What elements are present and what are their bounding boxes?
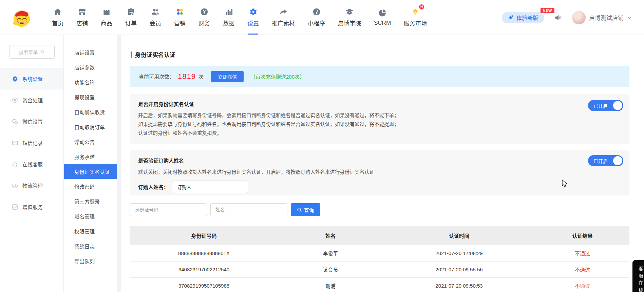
marketing-icon	[175, 7, 184, 16]
result-table: 身份证号码姓名认证时间认证结果 88888888888888801X 李俊平 2…	[130, 226, 629, 292]
submenu-item[interactable]: 权限管理	[64, 224, 117, 238]
submenu-item[interactable]: 自动取消订单	[64, 119, 117, 134]
sidebar-item-sms[interactable]: 短信记录	[0, 132, 63, 153]
idcard-verify-desc-3: 认证过的身份证和姓名不会重复扣费。	[138, 129, 629, 138]
nav-item-goods[interactable]: 商品	[94, 0, 119, 35]
sidebar-item-label: 系统设置	[22, 75, 43, 82]
sidebar-item-logistics[interactable]: 物流管理	[0, 175, 63, 196]
home-icon	[53, 7, 62, 16]
finance-icon	[200, 7, 209, 16]
sidebar-item-addon[interactable]: 增值服务	[0, 196, 63, 217]
cell-result: 不通过	[535, 262, 629, 277]
sidebar-item-funds[interactable]: 资金处理	[0, 89, 63, 111]
chart-bars-icon	[224, 7, 233, 16]
table-row: 370829199507105988 谢浦 2021-07-20 09:50:5…	[130, 278, 629, 292]
buyer-name-toggle-label: 已开启	[593, 158, 608, 164]
shop-name: 启博测试店铺	[589, 13, 624, 22]
nav-item-market[interactable]: H 服务市场	[397, 0, 433, 35]
share-icon	[279, 7, 288, 16]
members-icon	[151, 7, 160, 16]
wechat-icon	[12, 118, 18, 125]
nav-item-scrm[interactable]: SCRM	[367, 0, 397, 35]
menu-search-input[interactable]: 搜索菜单	[9, 45, 55, 59]
bag-icon	[102, 7, 111, 16]
sidebar-item-label: 资金处理	[22, 97, 43, 104]
store-icon	[78, 7, 87, 16]
nav-item-miniapp[interactable]: 小程序	[301, 0, 332, 35]
secondary-sidebar: 店铺设置店铺参数功能名称提现设置自动确认收货自动取消订单浮动公告服务承诺身份证实…	[64, 35, 117, 292]
submenu-item[interactable]: 浮动公告	[64, 134, 117, 149]
submenu-item[interactable]: 身份证实名认证	[64, 164, 117, 179]
submenu-item[interactable]: 功能名称	[64, 75, 117, 89]
nav-item-label: 首页	[52, 19, 63, 27]
try-new-version-button[interactable]: 体验新版 NEW	[502, 12, 544, 23]
main-nav: 首页 店铺 商品 订单 会员 营销 财务 数据 设置 推广素材 小程序 启博学院…	[45, 0, 433, 35]
nav-item-label: 小程序	[308, 19, 325, 27]
table-header-row: 身份证号码姓名认证时间认证结果	[130, 226, 629, 245]
query-button[interactable]: 查询	[291, 203, 320, 216]
nav-item-academy[interactable]: 启博学院	[332, 0, 367, 35]
announcement-speaker-icon[interactable]	[554, 13, 563, 22]
account-menu[interactable]: 启博测试店铺	[572, 11, 632, 24]
customer-service-badge[interactable]: 客服在线	[632, 260, 644, 292]
brand-logo-icon[interactable]	[11, 7, 32, 28]
query-button-label: 查询	[304, 206, 314, 213]
title-marker	[131, 51, 132, 58]
submenu-list: 店铺设置店铺参数功能名称提现设置自动确认收货自动取消订单浮动公告服务承诺身份证实…	[64, 45, 117, 268]
submenu-item[interactable]: 域名管理	[64, 209, 117, 224]
sidebar-item-label: 在线客服	[22, 161, 43, 168]
pie-icon	[378, 8, 387, 17]
navbar-right: 体验新版 NEW 启博测试店铺	[502, 0, 632, 35]
submenu-item[interactable]: 自动确认收货	[64, 104, 117, 119]
order-icon	[127, 7, 135, 16]
submenu-item[interactable]: 服务承诺	[64, 149, 117, 164]
sidebar-item-wechat[interactable]: 微信设置	[0, 111, 63, 132]
submenu-item[interactable]: 修改密码	[64, 179, 117, 194]
search-icon	[297, 207, 302, 212]
nav-item-marketing[interactable]: 营销	[168, 0, 192, 35]
sidebar-item-label: 增值服务	[22, 203, 43, 210]
cell-name: 李俊平	[278, 245, 383, 261]
nav-item-label: 营销	[174, 19, 186, 27]
nav-item-label: 设置	[247, 19, 259, 27]
nav-item-label: 会员	[150, 19, 161, 27]
idcard-verify-desc-2: 如果提现需要填写身份证号码和姓名，也会调用接口判断身份证和姓名是否通过实名认证，…	[138, 120, 629, 129]
buyer-name-toggle[interactable]: 已开启	[588, 155, 623, 166]
buyer-name-section: 是否验证订购人姓名 默认关闭，关闭时按照收货人姓名来进行身份证实名认证，开启后，…	[130, 150, 629, 195]
sidebar-search-wrap: 搜索菜单	[0, 35, 63, 68]
submenu-item[interactable]: 提现设置	[64, 89, 117, 104]
nav-item-home[interactable]: 首页	[45, 0, 70, 35]
buyer-name-field-label: 订购人姓名：	[138, 183, 169, 190]
cell-time: 2021-07-20 09:55:56	[383, 262, 535, 277]
submenu-item[interactable]: 店铺参数	[64, 60, 117, 75]
nav-item-shop[interactable]: 店铺	[70, 0, 94, 35]
submenu-item[interactable]: 店铺设置	[64, 45, 117, 60]
nav-item-settings[interactable]: 设置	[241, 0, 265, 35]
submenu-item[interactable]: 第三方登录	[64, 194, 117, 209]
search-icon	[40, 49, 45, 54]
nav-item-data[interactable]: 数据	[216, 0, 241, 35]
buyer-name-field-row: 订购人姓名：	[138, 181, 629, 193]
table-header-cell: 身份证号码	[130, 226, 278, 245]
headset-icon	[12, 161, 18, 168]
submenu-item[interactable]: 系统日志	[64, 238, 117, 253]
nav-item-finance[interactable]: 财务	[192, 0, 216, 35]
nav-item-orders[interactable]: 订单	[119, 0, 143, 35]
recharge-button[interactable]: 立即充值	[211, 71, 244, 82]
sidebar-item-service[interactable]: 在线客服	[0, 153, 63, 175]
cell-idcard: 88888888888888801X	[130, 245, 278, 261]
idcard-filter-input[interactable]	[130, 203, 207, 216]
sidebar-item-system[interactable]: 系统设置	[0, 68, 63, 89]
cell-time: 2021-07-20 09:50:53	[383, 278, 535, 292]
sidebar-item-label: 物流管理	[22, 182, 43, 189]
nav-item-label: 数据	[223, 19, 234, 27]
nav-item-members[interactable]: 会员	[143, 0, 168, 35]
table-header-cell: 认证时间	[383, 226, 535, 245]
page-title-row: 身份证实名认证	[131, 50, 175, 59]
nav-item-promo[interactable]: 推广素材	[265, 0, 301, 35]
submenu-item[interactable]: 导出队列	[64, 253, 117, 268]
name-filter-input[interactable]	[210, 203, 287, 216]
idcard-verify-toggle[interactable]: 已开启	[588, 100, 623, 111]
buyer-name-title: 是否验证订购人姓名	[138, 157, 629, 164]
buyer-name-input[interactable]	[172, 181, 248, 193]
